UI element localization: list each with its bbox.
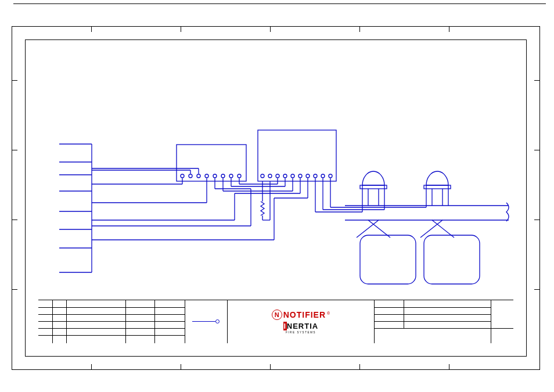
frame-tick: [534, 220, 539, 220]
svg-point-28: [329, 174, 332, 178]
frame-tick: [181, 27, 181, 32]
inner-frame: N NOTIFIER ® INERTIA FIRE SYSTEMS: [25, 39, 527, 357]
left-terminal-block: [59, 144, 92, 272]
frame-tick: [181, 364, 181, 369]
beacon-1: [357, 171, 390, 238]
notifier-word: NOTIFIER: [283, 310, 326, 319]
registered-icon: ®: [327, 311, 330, 315]
svg-point-26: [314, 174, 317, 178]
page-top-rule: [13, 3, 546, 4]
device-box-1: [360, 235, 416, 284]
frame-tick: [91, 364, 92, 369]
svg-point-25: [306, 174, 310, 178]
logo-cell: N NOTIFIER ® INERTIA FIRE SYSTEMS: [228, 300, 375, 343]
svg-rect-79: [424, 185, 451, 189]
device-box-2: [424, 235, 480, 284]
legend-line: [192, 321, 215, 322]
svg-point-13: [205, 174, 208, 178]
svg-rect-9: [177, 145, 246, 181]
svg-point-23: [291, 174, 294, 178]
frame-tick: [91, 27, 92, 32]
svg-point-16: [229, 174, 233, 178]
svg-rect-18: [258, 130, 336, 181]
beacon-2: [420, 171, 454, 238]
termination-resistor: [261, 181, 270, 220]
title-fields: [375, 300, 513, 343]
svg-point-24: [298, 174, 302, 178]
svg-point-15: [221, 174, 225, 178]
frame-tick: [359, 27, 360, 32]
svg-point-19: [261, 174, 264, 178]
svg-point-11: [189, 174, 192, 178]
raceway: [345, 203, 509, 221]
notifier-mark-icon: N: [272, 310, 282, 320]
module-small: [177, 145, 246, 181]
svg-point-12: [197, 174, 200, 178]
frame-tick: [359, 364, 360, 369]
frame-tick: [534, 289, 539, 290]
frame-tick: [534, 80, 539, 81]
frame-tick: [534, 150, 539, 150]
revision-table: [38, 300, 185, 343]
frame-tick: [12, 220, 17, 220]
svg-point-14: [213, 174, 217, 178]
title-block: N NOTIFIER ® INERTIA FIRE SYSTEMS: [38, 300, 513, 343]
frame-tick: [12, 289, 17, 290]
svg-rect-74: [360, 185, 387, 189]
inertia-logo: INERTIA FIRE SYSTEMS: [283, 322, 318, 334]
svg-point-10: [181, 174, 184, 178]
frame-tick: [12, 150, 17, 150]
legend-cell: [185, 300, 228, 343]
inertia-subtitle: FIRE SYSTEMS: [286, 331, 316, 334]
drawing-frame: N NOTIFIER ® INERTIA FIRE SYSTEMS: [12, 26, 540, 370]
svg-point-17: [238, 174, 241, 178]
frame-tick: [270, 27, 271, 32]
legend-dot-icon: [215, 319, 220, 323]
module-large: [258, 130, 336, 181]
inertia-word: INERTIA: [283, 322, 318, 330]
svg-point-27: [321, 174, 325, 178]
frame-tick: [449, 364, 449, 369]
notifier-logo: N NOTIFIER ®: [272, 310, 330, 320]
frame-tick: [270, 364, 271, 369]
svg-point-21: [276, 174, 279, 178]
frame-tick: [449, 27, 449, 32]
frame-tick: [12, 80, 17, 81]
svg-point-20: [268, 174, 272, 178]
svg-point-22: [283, 174, 287, 178]
